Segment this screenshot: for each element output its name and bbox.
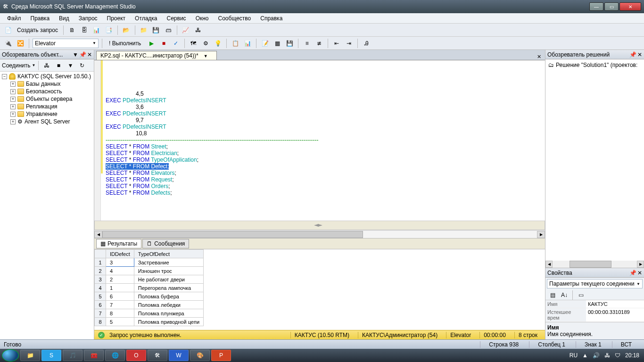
document-tab-active[interactable]: KP2.sql - КАКТУС....инистратор (54))* ▼	[96, 51, 217, 60]
expand-toggle[interactable]: +	[10, 89, 16, 94]
grid-cell[interactable]: 7	[95, 309, 106, 318]
grid-cell[interactable]: 8	[106, 309, 134, 318]
task-player[interactable]: 🎵	[63, 350, 83, 361]
grid-cell[interactable]: 7	[106, 301, 134, 309]
task-app[interactable]: 🧰	[84, 350, 104, 361]
refresh-icon[interactable]: ↻	[77, 60, 87, 71]
menu-сервис[interactable]: Сервис	[163, 14, 190, 23]
open-icon[interactable]: 📁	[139, 25, 149, 35]
open-folder-icon[interactable]: 📂	[121, 25, 132, 35]
grid-header[interactable]: IDDefect	[106, 250, 134, 258]
expand-toggle[interactable]: +	[10, 119, 16, 124]
grid-cell[interactable]: Застревание	[134, 258, 203, 267]
menu-отладка[interactable]: Отладка	[131, 14, 161, 23]
menu-правка[interactable]: Правка	[26, 14, 54, 23]
properties-grid[interactable]: ИмяКАКТУСИстекшее врем00:00:00.3310189	[545, 300, 644, 322]
table-row[interactable]: 78Поломка плунжера	[95, 309, 204, 318]
pin-icon[interactable]: 📌	[629, 51, 636, 58]
grid-cell[interactable]: Поломка буфера	[134, 292, 203, 301]
disconnect-icon[interactable]: 🖧	[41, 60, 52, 71]
grid-cell[interactable]: 1	[106, 284, 134, 292]
collapse-toggle[interactable]: −	[2, 74, 7, 79]
grid-cell[interactable]: 4	[106, 267, 134, 275]
intellisense-icon[interactable]: 💡	[213, 38, 223, 49]
editor-h-scrollbar[interactable]: ◀ ▶	[94, 230, 545, 238]
tree-node[interactable]: +Управление	[9, 110, 93, 118]
categorized-icon[interactable]: ▤	[547, 290, 558, 300]
uncomment-icon[interactable]: ≢	[314, 38, 324, 49]
network-icon[interactable]: 🖧	[604, 352, 610, 359]
object-explorer-tree[interactable]: − КАКТУС (SQL Server 10.50.) +Базы данны…	[0, 72, 94, 339]
execute-button[interactable]: ! Выполнить	[106, 39, 144, 48]
scroll-left-icon[interactable]: ◀	[94, 231, 102, 238]
stop-icon[interactable]: ■	[158, 38, 169, 49]
grid-cell[interactable]: 2	[95, 267, 106, 275]
increase-indent-icon[interactable]: ⇥	[344, 38, 354, 49]
grid-cell[interactable]: Поломка плунжера	[134, 309, 203, 318]
filter-icon[interactable]: ▼	[65, 60, 75, 71]
activity-icon[interactable]: 📈	[181, 25, 191, 35]
tab-messages[interactable]: 🗒 Сообщения	[142, 239, 189, 248]
grid-cell[interactable]: 1	[95, 258, 106, 267]
include-stats-icon[interactable]: 📊	[242, 38, 253, 49]
report-icon[interactable]: 📑	[104, 25, 114, 35]
parse-icon[interactable]: ✓	[171, 38, 181, 49]
save-icon[interactable]: 💾	[151, 25, 161, 35]
task-chrome[interactable]: 🌐	[105, 350, 125, 361]
menu-проект[interactable]: Проект	[103, 14, 130, 23]
menu-справка[interactable]: Справка	[256, 14, 287, 23]
task-opera[interactable]: O	[126, 350, 146, 361]
expand-toggle[interactable]: +	[10, 97, 16, 102]
panel-close-icon[interactable]: ✕	[87, 51, 92, 58]
language-indicator[interactable]: RU	[570, 352, 578, 359]
shield-icon[interactable]: 🛡	[615, 352, 620, 359]
table-row[interactable]: 56Поломка буфера	[95, 292, 204, 301]
include-plan-icon[interactable]: 📋	[230, 38, 240, 49]
results-grid-icon[interactable]: ▦	[272, 38, 282, 49]
table-row[interactable]: 85Поломка приводной цепи	[95, 318, 204, 326]
sql-editor[interactable]: 4,5EXEC PDefectsINSERT3,6EXEC PDefectsIN…	[94, 60, 545, 221]
start-button[interactable]	[2, 349, 19, 362]
close-button[interactable]: ✕	[619, 2, 641, 11]
stop-icon-2[interactable]: ■	[53, 60, 64, 71]
task-powerpoint[interactable]: P	[211, 350, 231, 361]
properties-selector[interactable]: Параметры текущего соединения ▼	[547, 279, 643, 288]
table-row[interactable]: 13Застревание	[95, 258, 204, 267]
decrease-indent-icon[interactable]: ⇤	[331, 38, 342, 49]
connect-button[interactable]: Соединить	[2, 62, 31, 69]
results-grid[interactable]: IDDefectTypeOfDefect13Застревание24Изнош…	[94, 249, 545, 330]
grid-cell[interactable]: 6	[106, 292, 134, 301]
tab-dropdown-icon[interactable]: ▼	[204, 54, 208, 58]
change-connection-icon[interactable]: 🔀	[15, 38, 25, 49]
panel-close-icon[interactable]: ✕	[637, 51, 642, 58]
task-paint[interactable]: 🎨	[190, 350, 210, 361]
registered-servers-icon[interactable]: 🖧	[193, 25, 203, 35]
grid-cell[interactable]: 4	[95, 284, 106, 292]
query-options-icon[interactable]: ⚙	[200, 38, 211, 49]
grid-cell[interactable]: 2	[106, 275, 134, 284]
results-file-icon[interactable]: 💾	[284, 38, 295, 49]
tree-node[interactable]: +Репликация	[9, 103, 93, 110]
grid-cell[interactable]: 3	[106, 258, 134, 267]
pin-icon[interactable]: 📌	[629, 270, 636, 276]
solution-explorer-tree[interactable]: 🗂 Решение "Solution1" (проектов:	[545, 59, 644, 261]
expand-toggle[interactable]: +	[10, 112, 16, 117]
panel-close-icon[interactable]: ✕	[637, 270, 642, 276]
table-row[interactable]: 41Перегорела лампочка	[95, 284, 204, 292]
menu-вид[interactable]: Вид	[55, 14, 74, 23]
task-ssms[interactable]: 🛠	[148, 350, 167, 361]
tree-node[interactable]: +⚙Агент SQL Server	[9, 118, 93, 125]
scroll-right-icon[interactable]: ▶	[637, 261, 644, 268]
debug-icon[interactable]: ▶	[146, 38, 157, 49]
save-all-icon[interactable]: 🗃	[163, 25, 173, 35]
horizontal-splitter[interactable]	[94, 221, 545, 230]
pin-icon[interactable]: 📌	[79, 51, 86, 58]
grid-cell[interactable]: 8	[95, 318, 106, 326]
menu-сообщество[interactable]: Сообщество	[214, 14, 256, 23]
new-query-button[interactable]: Создать запрос	[15, 26, 60, 34]
table-row[interactable]: 24Изношен трос	[95, 267, 204, 275]
dropdown-icon[interactable]: ▼	[73, 51, 78, 58]
grid-cell[interactable]: 5	[106, 318, 134, 326]
menu-окно[interactable]: Окно	[191, 14, 213, 23]
table-row[interactable]: 32Не работают двери	[95, 275, 204, 284]
